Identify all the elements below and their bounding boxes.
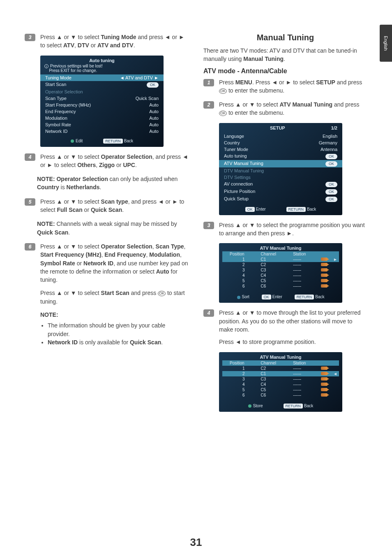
table-row: 4C4------ <box>222 382 339 387</box>
osd-row: Operator Selection <box>40 88 164 95</box>
osd-row: Picture PositionOK <box>219 188 342 195</box>
step-3-text: Press ▲ or ▼ to select the programme pos… <box>219 221 367 238</box>
return-button-icon: RETURN <box>295 295 314 299</box>
table-row: 5C5------ <box>222 387 339 392</box>
note-operator-selection: NOTE: Operator Selection can only be adj… <box>37 175 189 192</box>
note-quick-scan: NOTE: Channels with a weak signal may be… <box>37 220 189 237</box>
osd-row: Auto tuningOK <box>219 153 342 160</box>
table-row: 1C2------ <box>222 366 339 371</box>
osd-atv-footer: Sort OKEnter RETURNBack <box>219 290 342 303</box>
osd-setup-header: SETUP1/2 <box>219 123 342 133</box>
step-badge-4: 4 <box>25 153 35 161</box>
step-1-text: Press MENU. Press ◄ or ► to select SETUP… <box>219 78 367 95</box>
return-button-icon: RETURN <box>286 207 306 212</box>
step-badge-3: 3 <box>203 222 214 229</box>
osd-row: ATV Manual TuningOK <box>219 160 342 167</box>
step-badge-6: 6 <box>25 243 35 251</box>
ok-icon: OK <box>219 88 227 94</box>
osd-row: DTV Manual Tuning <box>219 167 342 174</box>
osd-row: ModulationAuto <box>40 115 164 121</box>
osd-title: Auto tuning <box>40 56 164 64</box>
osd-row: Tuning Mode◄ ATV and DTV ► <box>40 74 164 81</box>
language-tab: English <box>380 25 392 62</box>
step-badge-2: 2 <box>203 101 214 109</box>
step-badge-5: 5 <box>25 198 35 206</box>
step-4-right: 4 Press ▲ or ▼ to move through the list … <box>203 309 367 346</box>
green-dot-icon <box>71 139 74 143</box>
step-2-text: Press ▲ or ▼ to select ATV Manual Tuning… <box>219 100 367 117</box>
ok-button-icon: OK <box>262 295 271 299</box>
osd-row: Start Frequency (MHz)Auto <box>40 102 164 108</box>
return-button-icon: RETURN <box>103 139 123 144</box>
osd-setup: SETUP1/2 LanguageEnglishCountryGermanyTu… <box>219 123 342 215</box>
osd-setup-footer: OKEnter RETURNBack <box>219 203 342 215</box>
table-row: 2C2------ <box>222 262 339 267</box>
green-dot-icon <box>248 404 251 408</box>
intro-text: There are two TV modes: ATV and DTV that… <box>203 46 367 63</box>
step-5-left: 5 Press ▲ or ▼ to select Scan type, and … <box>25 197 189 214</box>
osd-row: CountryGermany <box>219 139 342 146</box>
step-3-right: 3 Press ▲ or ▼ to select the programme p… <box>203 221 367 238</box>
osd-footer: Edit RETURNBack <box>40 135 164 147</box>
osd-row: Quick SetupOK <box>219 195 342 203</box>
page-number: 31 <box>0 536 392 549</box>
step-4-left: 4 Press ▲ or ▼ to select Operator Select… <box>25 153 189 169</box>
osd-row: End FrequencyAuto <box>40 108 164 115</box>
osd-row: DTV Settings <box>219 174 342 181</box>
step-3-text: Press ▲ or ▼ to select Tuning Mode and p… <box>40 33 189 50</box>
table-row: 3C3------ <box>222 376 339 382</box>
table-row: 5C5------ <box>222 278 339 283</box>
osd-row: Start ScanOK <box>40 81 164 88</box>
ok-icon: OK <box>158 291 166 296</box>
blue-dot-icon <box>237 296 240 299</box>
osd-atv-manual-tuning-2: ATV Manual Tuning PositionChannelStation… <box>219 352 342 412</box>
osd-row: AV connectionOK <box>219 181 342 188</box>
step-4-text: Press ▲ or ▼ to select Operator Selectio… <box>40 153 189 169</box>
manual-tuning-title: Manual Tuning <box>203 33 367 42</box>
osd-row: LanguageEnglish <box>219 133 342 139</box>
step-3-left: 3 Press ▲ or ▼ to select Tuning Mode and… <box>25 33 189 50</box>
osd-atv2-title: ATV Manual Tuning <box>219 352 342 360</box>
info-icon: i <box>44 64 48 68</box>
step-6-text: Press ▲ or ▼ to select Operator Selectio… <box>40 242 189 346</box>
osd-atv-manual-tuning-1: ATV Manual Tuning PositionChannelStation… <box>219 243 342 303</box>
step-badge-1: 1 <box>203 79 214 86</box>
osd-row: Symbol RateAuto <box>40 121 164 128</box>
ok-icon: OK <box>219 111 227 116</box>
right-column: Manual Tuning There are two TV modes: AT… <box>203 33 367 418</box>
table-row: 6C6------ <box>222 283 339 289</box>
ok-button-icon: OK <box>245 207 255 212</box>
table-row: 6C6------ <box>222 392 339 398</box>
step-5-text: Press ▲ or ▼ to select Scan type, and pr… <box>40 197 189 214</box>
table-row: 2C1------◄ <box>222 371 339 376</box>
table-row: 1C1------► <box>222 257 339 262</box>
return-button-icon: RETURN <box>284 404 303 408</box>
osd-atv2-footer: Store RETURNBack <box>219 399 342 412</box>
osd-warning: iPrevious settings will be lost! Press E… <box>40 64 164 74</box>
osd-row: Scan TypeQuick Scan <box>40 95 164 102</box>
note-bullet-1: The information should be given by your … <box>48 321 189 338</box>
osd-auto-tuning: Auto tuning iPrevious settings will be l… <box>40 56 164 147</box>
table-row: 3C3------ <box>222 267 339 273</box>
step-6-left: 6 Press ▲ or ▼ to select Operator Select… <box>25 242 189 346</box>
osd-row: Tuner ModeAntenna <box>219 146 342 153</box>
osd-row: Network IDAuto <box>40 128 164 135</box>
step-1-right: 1 Press MENU. Press ◄ or ► to select SET… <box>203 78 367 95</box>
step-badge-3: 3 <box>25 34 35 41</box>
step-2-right: 2 Press ▲ or ▼ to select ATV Manual Tuni… <box>203 100 367 117</box>
atv-mode-subhead: ATV mode - Antenna/Cable <box>203 67 367 75</box>
step-badge-4: 4 <box>203 309 214 317</box>
page-content: 3 Press ▲ or ▼ to select Tuning Mode and… <box>0 0 392 430</box>
left-column: 3 Press ▲ or ▼ to select Tuning Mode and… <box>25 33 189 418</box>
table-row: 4C4------ <box>222 273 339 278</box>
osd-atv-title: ATV Manual Tuning <box>219 243 342 251</box>
step-4-text: Press ▲ or ▼ to move through the list to… <box>219 309 367 346</box>
note-bullet-2: Network ID is only available for Quick S… <box>48 338 189 346</box>
